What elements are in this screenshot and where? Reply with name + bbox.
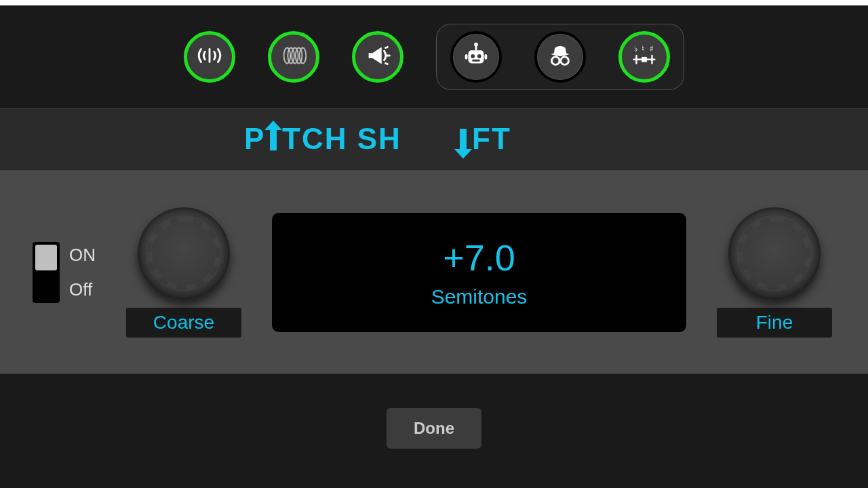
svg-text:♮: ♮: [642, 45, 644, 53]
fine-label: Fine: [717, 308, 832, 338]
svg-marker-23: [264, 121, 282, 130]
semitone-value: +7.0: [443, 237, 515, 279]
fine-knob-group: Fine: [713, 207, 835, 338]
megaphone-icon: [362, 40, 393, 74]
svg-text:♭: ♭: [634, 45, 638, 53]
effect-reverb-button[interactable]: [184, 31, 235, 83]
svg-marker-25: [454, 149, 472, 159]
pitch-shift-logo: P TCH SH FT: [217, 121, 651, 159]
title-seg-3: FT: [472, 122, 511, 155]
title-seg-2: TCH SH: [282, 122, 401, 155]
effect-robot-button[interactable]: [450, 31, 502, 83]
coarse-label: Coarse: [126, 308, 241, 338]
pitch-controls-panel: ON Off Coarse +7.0 Semitones Fine: [0, 171, 868, 374]
svg-text:♯: ♯: [650, 45, 654, 53]
arrow-down-icon: [454, 129, 472, 159]
svg-point-14: [561, 57, 569, 65]
off-label: Off: [69, 279, 96, 300]
effect-megaphone-button[interactable]: [352, 31, 403, 83]
enable-toggle[interactable]: [33, 242, 60, 303]
svg-rect-22: [270, 130, 277, 150]
enable-toggle-group: ON Off: [33, 242, 96, 303]
effect-flanger-button[interactable]: [268, 31, 319, 83]
svg-rect-8: [472, 60, 480, 62]
toggle-thumb: [35, 245, 57, 270]
waves-icon: [194, 40, 225, 74]
semitone-display: +7.0 Semitones: [272, 213, 686, 332]
svg-point-6: [471, 54, 475, 58]
svg-point-7: [477, 54, 481, 58]
on-label: ON: [69, 245, 96, 266]
arrow-up-icon: [264, 121, 282, 150]
coarse-knob-group: Coarse: [123, 207, 245, 338]
voice-effects-group: ♭ ♮ ♯: [436, 24, 684, 90]
incognito-icon: [545, 40, 576, 74]
svg-point-4: [300, 48, 307, 64]
title-seg-1: P: [244, 122, 265, 155]
coarse-knob[interactable]: [138, 207, 230, 300]
robot-icon: [460, 40, 492, 74]
module-title-band: P TCH SH FT: [0, 108, 868, 171]
svg-point-10: [474, 43, 478, 47]
svg-rect-19: [642, 57, 647, 62]
svg-rect-24: [460, 129, 467, 149]
svg-rect-12: [484, 54, 487, 60]
fine-knob[interactable]: [728, 207, 821, 300]
footer: Done: [0, 374, 868, 483]
tuning-icon: ♭ ♮ ♯: [629, 40, 660, 74]
effects-toolbar: ♭ ♮ ♯: [0, 5, 868, 108]
effect-pitch-shift-button[interactable]: ♭ ♮ ♯: [618, 31, 670, 83]
done-button[interactable]: Done: [387, 408, 481, 449]
semitone-unit: Semitones: [431, 285, 528, 308]
coil-icon: [278, 40, 309, 74]
svg-point-13: [552, 57, 560, 65]
effect-incognito-button[interactable]: [534, 31, 586, 83]
svg-rect-11: [465, 54, 468, 60]
window-top-edge: [0, 0, 868, 5]
